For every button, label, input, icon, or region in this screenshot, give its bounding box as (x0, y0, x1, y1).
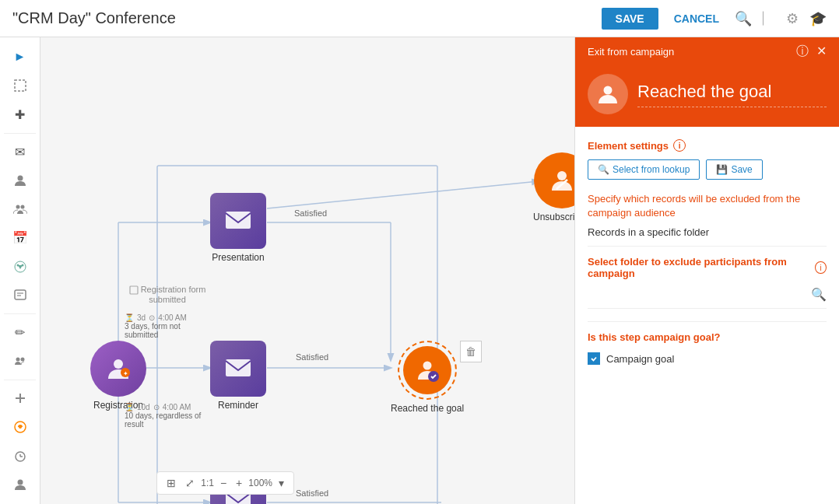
select-from-lookup-button[interactable]: 🔍 Select from lookup (588, 159, 700, 180)
header-icons: 🔍 ⎸ ⚙ 🎓 (735, 10, 827, 27)
sidebar-timer[interactable] (6, 442, 34, 469)
save-icon: 💾 (716, 164, 728, 175)
header: "CRM Day" Conference SAVE CANCEL 🔍 ⎸ ⚙ 🎓 (0, 0, 839, 37)
folder-section-label: Select folder to exclude participants fr… (588, 256, 810, 279)
divider-3 (4, 380, 36, 380)
sidebar-select[interactable] (6, 72, 34, 100)
arrow-label-reminder: Satisfied (296, 352, 328, 362)
sidebar-trigger[interactable] (6, 253, 34, 280)
svg-point-1 (17, 175, 23, 180)
panel-header-label: Exit from campaign (588, 46, 674, 58)
element-settings-info-icon[interactable]: i (673, 139, 686, 152)
presentation-node[interactable]: Presentation (210, 193, 266, 263)
svg-point-19 (17, 479, 23, 485)
left-sidebar: ► ✚ ✉ 📅 ✏ (0, 37, 40, 504)
svg-point-15 (19, 425, 22, 429)
campaign-goal-row: Campaign goal (588, 352, 827, 365)
goal-section-label: Is this step campaign goal? (588, 331, 827, 343)
registration-form-label: Registration form submitted (125, 285, 210, 306)
svg-point-31 (114, 359, 123, 369)
search-icon[interactable]: 🔍 (735, 10, 752, 27)
connection-arrows (40, 37, 574, 504)
sidebar-segment[interactable] (6, 348, 34, 375)
campaign-goal-label: Campaign goal (606, 353, 674, 365)
delete-goal-button[interactable]: 🗑 (460, 341, 482, 362)
folder-input[interactable] (588, 289, 811, 300)
svg-point-42 (604, 86, 613, 95)
canvas-toolbar: ⊞ ⤢ 1:1 − + 100% ▾ (156, 471, 294, 495)
folder-search-icon[interactable]: 🔍 (811, 287, 827, 302)
reminder-node[interactable]: Reminder (210, 341, 266, 411)
timing-10d: ⏳10d⊙4:00 AM 10 days, regardless ofresul… (125, 403, 201, 429)
sidebar-audience[interactable] (6, 195, 34, 222)
sidebar-pointer[interactable]: ► (6, 44, 34, 71)
panel-avatar (588, 74, 628, 114)
svg-point-3 (20, 205, 24, 208)
unsubscribed-label: Unsubscribed (533, 212, 574, 222)
canvas[interactable]: ✦ Registration Presentation Reminder Rea… (40, 37, 574, 504)
fit-screen-button[interactable]: ⤢ (182, 475, 198, 491)
sidebar-edit[interactable]: ✏ (6, 319, 34, 346)
panel-close-icon[interactable]: ✕ (816, 44, 827, 60)
svg-point-10 (16, 358, 19, 362)
action-buttons: 🔍 Select from lookup 💾 Save (588, 159, 827, 180)
divider-1 (4, 133, 36, 134)
sidebar-schedule[interactable]: 📅 (6, 224, 34, 251)
panel-header-actions: ⓘ ✕ (796, 44, 827, 60)
goal-node[interactable]: 🗑 Reached the goal (391, 341, 464, 414)
folder-input-row: 🔍 (588, 287, 827, 309)
main-layout: ► ✚ ✉ 📅 ✏ (0, 37, 839, 504)
campaign-goal-section: Is this step campaign goal? Campaign goa… (588, 331, 827, 365)
sidebar-contact[interactable] (6, 166, 34, 194)
zoom-in-button[interactable]: + (233, 475, 245, 491)
page-title: "CRM Day" Conference (12, 9, 592, 27)
element-settings-section: Element settings i (588, 139, 827, 152)
svg-point-2 (16, 205, 19, 208)
folder-info-icon[interactable]: i (815, 261, 827, 274)
exclude-label: Specify which records will be excluded f… (588, 192, 827, 220)
goal-label: Reached the goal (391, 403, 464, 414)
lookup-icon: 🔍 (598, 164, 609, 175)
sidebar-add[interactable]: ✚ (6, 101, 34, 128)
divider-2 (4, 313, 36, 314)
panel-body: Element settings i 🔍 Select from lookup … (575, 127, 839, 504)
element-settings-label: Element settings (588, 140, 669, 152)
sidebar-plus[interactable] (6, 385, 34, 412)
svg-point-5 (16, 264, 19, 266)
panel-info-icon[interactable]: ⓘ (796, 44, 809, 60)
campaign-goal-checkbox[interactable] (588, 352, 600, 365)
svg-text:✦: ✦ (123, 370, 128, 377)
zoom-dropdown-button[interactable]: ▾ (276, 475, 287, 491)
text-icon[interactable]: ⎸ (763, 10, 775, 27)
sidebar-task[interactable] (6, 282, 34, 309)
save-button[interactable]: SAVE (602, 8, 658, 30)
zoom-out-button[interactable]: − (217, 475, 230, 491)
svg-point-37 (423, 362, 432, 370)
sidebar-user[interactable] (6, 471, 34, 498)
zoom-level: 100% (248, 478, 272, 488)
arrow-label-presentation: Satisfied (294, 208, 327, 218)
save-element-button[interactable]: 💾 Save (706, 159, 762, 180)
toggle-view-button[interactable]: ⊞ (163, 475, 179, 491)
registration-node[interactable]: ✦ Registration (90, 341, 146, 411)
sidebar-email[interactable]: ✉ (6, 138, 34, 166)
svg-rect-7 (15, 290, 26, 299)
unsubscribed-node[interactable]: Unsubscribed (533, 152, 574, 222)
timing-3d: ⏳3d⊙4:00 AM 3 days, form notsubmitted (125, 313, 187, 339)
right-panel: Exit from campaign ⓘ ✕ Reached the goal … (574, 37, 839, 504)
panel-title: Reached the goal (637, 82, 771, 101)
presentation-label: Presentation (210, 252, 266, 263)
sidebar-integration[interactable] (6, 413, 34, 440)
reminder-label: Reminder (210, 400, 266, 411)
arrow-label-reactivation: Satisfied (296, 488, 328, 498)
svg-point-39 (557, 171, 567, 180)
svg-rect-41 (130, 286, 138, 294)
zoom-ratio: 1:1 (201, 478, 214, 488)
help-icon[interactable]: 🎓 (809, 10, 827, 27)
svg-rect-0 (15, 80, 26, 91)
svg-rect-34 (226, 212, 251, 229)
cancel-button[interactable]: CANCEL (668, 8, 725, 30)
svg-point-6 (21, 264, 23, 266)
settings-icon[interactable]: ⚙ (786, 10, 799, 27)
panel-header-top: Exit from campaign ⓘ ✕ (575, 37, 839, 66)
